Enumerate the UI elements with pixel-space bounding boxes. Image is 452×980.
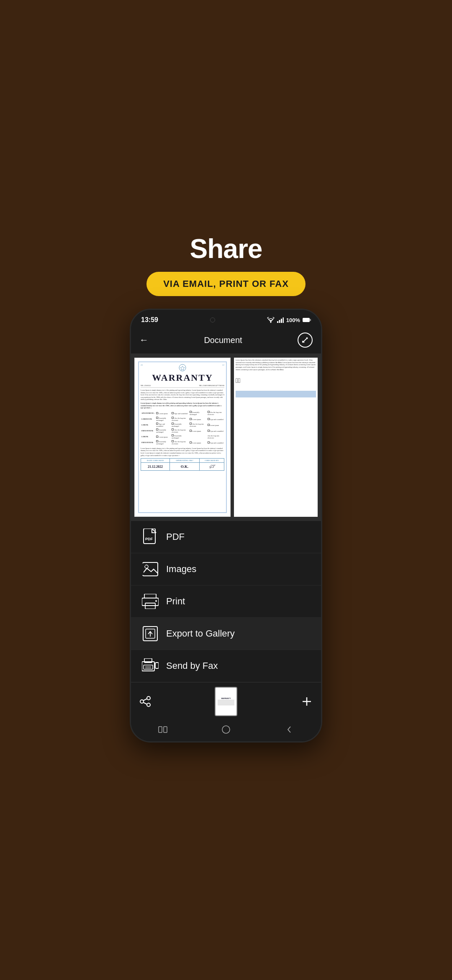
- wifi-icon: [267, 317, 275, 323]
- images-label: Images: [166, 564, 196, 575]
- add-icon: [301, 696, 313, 707]
- pdf-icon: PDF: [143, 529, 158, 545]
- export-label: Export to Gallery: [166, 628, 235, 639]
- share-button[interactable]: [139, 696, 151, 707]
- warranty-date: 21.12.2022: [148, 465, 163, 469]
- svg-rect-4: [282, 317, 284, 323]
- svg-point-32: [140, 700, 144, 703]
- images-icon-wrap: [141, 560, 159, 578]
- svg-point-11: [179, 364, 186, 371]
- document-second-page: Lorem Ipsum has been the industry's stan…: [234, 358, 318, 517]
- pdf-label: PDF: [166, 531, 185, 542]
- svg-point-15: [145, 565, 148, 568]
- svg-line-34: [144, 699, 147, 701]
- svg-rect-2: [279, 320, 280, 323]
- svg-text:PDF: PDF: [145, 537, 153, 541]
- svg-rect-6: [310, 319, 311, 321]
- thumb-lines: [218, 699, 234, 706]
- svg-rect-27: [144, 665, 153, 669]
- page-wrapper: Share VIA EMAIL, PRINT OR FAX 13:59: [113, 221, 339, 759]
- print-icon: [142, 594, 159, 609]
- fax-icon: [142, 658, 159, 673]
- svg-rect-12: [144, 529, 155, 544]
- document-thumbnail[interactable]: WARRANTY: [215, 687, 237, 716]
- warranty-ok-value: O.K.: [181, 464, 189, 469]
- warranty-certification-table: DATE CHECKED OPERATING OK? CHECKED BY 21…: [141, 458, 224, 471]
- menu-item-pdf[interactable]: PDF PDF: [131, 521, 321, 553]
- svg-rect-39: [164, 727, 167, 732]
- svg-rect-5: [303, 318, 310, 322]
- signal-icon: [277, 317, 284, 323]
- menu-item-images[interactable]: Images: [131, 553, 321, 585]
- pdf-icon-wrap: PDF: [141, 528, 159, 546]
- export-icon: [142, 626, 158, 642]
- recent-icon: [158, 725, 167, 734]
- svg-rect-3: [281, 319, 282, 323]
- document-area: 20 22 WARRANTY NR.:2568322 NR.:256835908: [131, 353, 321, 521]
- back-nav-icon: [285, 725, 294, 734]
- fax-label: Send by Fax: [166, 660, 218, 671]
- badge-label: VIA EMAIL, PRINT OR FAX: [163, 279, 289, 289]
- nav-home-button[interactable]: [218, 724, 234, 735]
- menu-item-print[interactable]: Print: [131, 585, 321, 618]
- doc-second-signature: 𝒨𝓃: [236, 373, 316, 389]
- svg-point-31: [147, 696, 150, 700]
- status-bar: 13:59 100%: [131, 310, 321, 328]
- menu-item-export[interactable]: Export to Gallery: [131, 618, 321, 650]
- svg-point-33: [147, 703, 150, 707]
- print-icon-wrap: [141, 592, 159, 611]
- svg-line-35: [144, 703, 147, 704]
- battery-icon: [303, 317, 311, 322]
- warranty-signature: 𝓖𝓣: [209, 464, 215, 469]
- page-title: Share: [190, 233, 262, 264]
- svg-point-21: [155, 600, 157, 602]
- nav-title: Document: [204, 335, 242, 345]
- doc-second-bottom-strip: [236, 391, 316, 397]
- edit-icon: [301, 336, 309, 344]
- print-label: Print: [166, 596, 185, 607]
- svg-rect-17: [142, 563, 145, 566]
- camera-cutout: [210, 317, 215, 322]
- home-icon: [221, 725, 231, 734]
- android-nav: [131, 720, 321, 741]
- operating-ok-header: OPERATING OK?: [170, 459, 199, 463]
- add-page-button[interactable]: [301, 696, 313, 707]
- images-icon: [142, 562, 159, 577]
- menu-list: PDF PDF Images: [131, 521, 321, 682]
- warranty-footer-text: Lorem Ipsum is simply dummy text of the …: [141, 447, 224, 456]
- badge-button[interactable]: VIA EMAIL, PRINT OR FAX: [146, 272, 306, 296]
- nav-recent-button[interactable]: [154, 724, 171, 735]
- warranty-italic-text: Lorem Ipsum is simply dummy text of the …: [141, 402, 224, 409]
- svg-point-40: [222, 726, 230, 733]
- warranty-title: WARRANTY: [141, 372, 224, 383]
- top-nav: ← Document: [131, 328, 321, 353]
- warranty-nr: NR.:2568322 NR.:25683590841665477768166: [141, 384, 224, 388]
- menu-item-fax[interactable]: Send by Fax: [131, 650, 321, 682]
- svg-rect-1: [277, 321, 278, 323]
- battery-text: 100%: [286, 317, 300, 323]
- svg-rect-30: [155, 663, 159, 668]
- back-button[interactable]: ←: [139, 335, 149, 346]
- status-time: 13:59: [141, 316, 158, 324]
- doc-second-text1: Lorem Ipsum has been the industry's stan…: [236, 359, 316, 371]
- nav-back-button[interactable]: [281, 724, 298, 735]
- fax-icon-wrap: [141, 657, 159, 675]
- svg-point-0: [270, 322, 271, 323]
- export-icon-wrap: [141, 624, 159, 643]
- date-checked-header: DATE CHECKED: [141, 459, 170, 463]
- warranty-document: 20 22 WARRANTY NR.:2568322 NR.:256835908: [134, 358, 231, 517]
- status-icons: 100%: [267, 317, 311, 323]
- warranty-top-icons: 20 22: [141, 364, 224, 371]
- bottom-bar: WARRANTY: [131, 682, 321, 720]
- phone-frame: 13:59 100%: [130, 309, 322, 743]
- warranty-body-text: Lorem Ipsum is simply dummy text of the …: [141, 389, 224, 401]
- edit-button[interactable]: [298, 333, 313, 348]
- svg-rect-38: [159, 727, 162, 732]
- warranty-checkbox-table: APOSTOMETIC: Lorem ipsum Type and scramb…: [141, 410, 224, 446]
- svg-rect-18: [144, 594, 156, 598]
- share-icon: [139, 696, 151, 707]
- checked-by-header: CHECKED BY: [200, 459, 224, 463]
